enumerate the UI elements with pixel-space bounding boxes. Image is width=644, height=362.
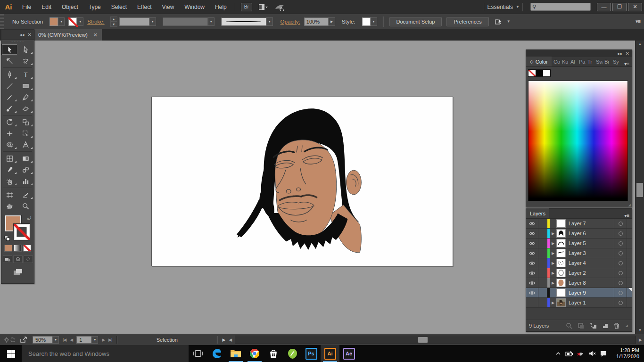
menu-select[interactable]: Select: [106, 0, 132, 14]
stroke-color-control[interactable]: ▼: [68, 17, 83, 26]
lock-toggle[interactable]: [538, 229, 547, 238]
menu-help[interactable]: Help: [210, 0, 232, 14]
status-options-icon[interactable]: ▶: [222, 337, 225, 342]
black-swatch[interactable]: [536, 70, 543, 76]
chevron-down-icon[interactable]: ▼: [52, 336, 59, 344]
target-circle[interactable]: [614, 248, 627, 258]
layer-row-layer-4[interactable]: ▶Layer 4: [526, 258, 632, 268]
free-transform-tool[interactable]: [18, 128, 34, 139]
stroke-weight-field[interactable]: [119, 17, 149, 26]
brush-definition-dropdown[interactable]: [221, 17, 266, 26]
menu-view[interactable]: View: [157, 0, 180, 14]
target-circle[interactable]: [614, 219, 627, 228]
paintbrush-tool[interactable]: [1, 91, 18, 103]
target-circle[interactable]: [614, 229, 627, 238]
scroll-right-icon[interactable]: ▶: [639, 337, 642, 342]
close-button[interactable]: ✕: [628, 3, 642, 11]
layer-row-layer-1[interactable]: ▶Layer 1: [526, 298, 632, 308]
lock-toggle[interactable]: [538, 288, 547, 297]
scroll-down-icon[interactable]: ▼: [636, 328, 644, 332]
adobe-ps-icon[interactable]: Ps: [302, 345, 321, 362]
tab-sw-truncated[interactable]: Sw: [594, 57, 603, 66]
mesh-tool[interactable]: [1, 153, 18, 164]
battery-icon[interactable]: [564, 351, 575, 356]
sync-settings-icon[interactable]: [4, 337, 16, 343]
draw-inside-button[interactable]: [24, 255, 33, 263]
edge-icon[interactable]: [207, 345, 226, 362]
volume-muted-icon[interactable]: [586, 351, 598, 356]
layer-row-layer-3[interactable]: ▶Layer 3: [526, 248, 632, 258]
action-center-icon[interactable]: [598, 351, 609, 357]
style-swatch[interactable]: [362, 17, 371, 26]
artboard[interactable]: [151, 97, 453, 266]
selection-indicator-cell[interactable]: [627, 248, 632, 258]
slice-tool[interactable]: [18, 189, 34, 200]
lock-toggle[interactable]: [538, 298, 547, 307]
collapse-panel-icon[interactable]: ◂◂: [617, 51, 622, 56]
stroke-none-swatch[interactable]: [68, 17, 77, 26]
opacity-panel-link[interactable]: Opacity:: [281, 19, 300, 25]
stroke-panel-link[interactable]: Stroke:: [87, 19, 104, 25]
panel-resize-grip[interactable]: ◢: [526, 203, 632, 207]
tab-al-truncated[interactable]: Al: [569, 57, 577, 66]
panel-grip[interactable]: [0, 14, 4, 29]
collapse-panel-icon[interactable]: ◂◂: [20, 32, 25, 37]
white-swatch[interactable]: [543, 70, 550, 76]
windows-store-icon[interactable]: [264, 345, 283, 362]
chevron-down-icon[interactable]: ▼: [149, 17, 156, 26]
rectangle-tool[interactable]: [18, 80, 34, 91]
expand-arrow-icon[interactable]: ▶: [550, 231, 556, 236]
expand-arrow-icon[interactable]: ▶: [550, 301, 556, 305]
color-mode-button[interactable]: [4, 245, 12, 252]
tab-ku-truncated[interactable]: Ku: [560, 57, 569, 66]
fill-color-control[interactable]: ▼: [50, 17, 65, 26]
draw-behind-button[interactable]: [13, 255, 23, 263]
chevron-down-icon[interactable]: ▼: [91, 336, 98, 344]
visibility-toggle[interactable]: [526, 219, 538, 228]
taskbar-clock[interactable]: 1:28 PM 1/17/2020: [611, 347, 644, 360]
menu-type[interactable]: Type: [83, 0, 106, 14]
selection-indicator-cell[interactable]: [627, 288, 632, 297]
selection-indicator-cell[interactable]: [627, 278, 632, 288]
expand-arrow-icon[interactable]: ▶: [550, 251, 556, 255]
expand-arrow-icon[interactable]: ▶: [550, 241, 556, 246]
width-tool[interactable]: [1, 128, 18, 139]
tab-pa-truncated[interactable]: Pa: [577, 57, 586, 66]
direct-selection-tool[interactable]: [18, 44, 34, 55]
eraser-tool[interactable]: [18, 103, 34, 114]
artboard-number-field[interactable]: 1: [76, 336, 91, 344]
color-spectrum[interactable]: [528, 81, 628, 201]
default-fill-stroke-icon[interactable]: [4, 236, 10, 241]
column-graph-tool[interactable]: [18, 175, 34, 187]
tab-co-truncated[interactable]: Co: [552, 57, 560, 66]
horizontal-scrollbar[interactable]: [235, 336, 636, 344]
start-button[interactable]: [0, 345, 22, 362]
select-similar-control[interactable]: ▼: [495, 18, 511, 25]
menu-edit[interactable]: Edit: [36, 0, 57, 14]
menu-object[interactable]: Object: [57, 0, 83, 14]
none-mode-button[interactable]: [23, 245, 31, 252]
tab-color[interactable]: ◇ Color: [526, 57, 552, 66]
panel-menu-icon[interactable]: ▾≡: [624, 61, 632, 66]
locate-object-icon[interactable]: [566, 322, 573, 329]
hand-tool[interactable]: [1, 200, 18, 212]
layer-row-layer-5[interactable]: ▶Layer 5: [526, 239, 632, 248]
selection-indicator-cell[interactable]: [627, 229, 632, 238]
tab-tr-truncated[interactable]: Tr: [586, 57, 594, 66]
target-circle[interactable]: [614, 288, 627, 297]
layer-row-layer-2[interactable]: ▶Layer 2: [526, 268, 632, 278]
expand-arrow-icon[interactable]: ▶: [550, 271, 556, 275]
menu-window[interactable]: Window: [179, 0, 210, 14]
close-icon[interactable]: ✕: [28, 32, 32, 37]
document-setup-button[interactable]: Document Setup: [389, 17, 442, 26]
shape-builder-tool[interactable]: [1, 139, 18, 150]
close-icon[interactable]: ✕: [93, 32, 98, 38]
delete-layer-icon[interactable]: [613, 322, 620, 329]
fill-color-swatch[interactable]: [50, 17, 58, 26]
chevron-down-icon[interactable]: ▼: [266, 17, 273, 26]
line-segment-tool[interactable]: [1, 80, 18, 91]
artboard-tool[interactable]: [1, 189, 18, 200]
selection-indicator-cell[interactable]: [627, 258, 632, 268]
lock-toggle[interactable]: [538, 258, 547, 268]
target-circle[interactable]: [614, 239, 627, 248]
